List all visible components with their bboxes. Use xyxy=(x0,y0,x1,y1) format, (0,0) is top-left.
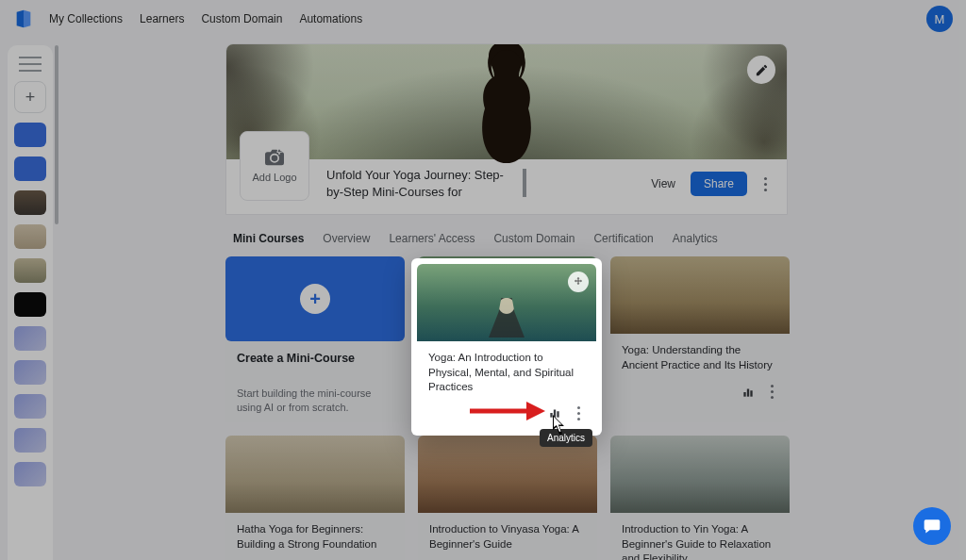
add-logo-label: Add Logo xyxy=(252,172,296,183)
annotation-arrow xyxy=(470,400,545,422)
course-card[interactable]: Introduction to Yin Yoga: A Beginner's G… xyxy=(610,436,790,560)
course-title: Introduction to Vinyasa Yoga: A Beginner… xyxy=(429,522,586,552)
svg-rect-3 xyxy=(743,392,745,397)
tab-mini-courses[interactable]: Mini Courses xyxy=(233,230,304,247)
course-thumbnail xyxy=(417,264,596,341)
sidebar-thumb[interactable] xyxy=(14,123,46,147)
course-title: Introduction to Yin Yoga: A Beginner's G… xyxy=(622,522,778,560)
collection-header: Add Logo Unfold Your Yoga Journey: Step-… xyxy=(225,43,788,215)
sidebar-thumb[interactable] xyxy=(14,394,46,419)
plus-icon: + xyxy=(300,284,330,314)
tab-certification[interactable]: Certification xyxy=(593,230,653,247)
svg-marker-10 xyxy=(526,402,545,420)
sidebar-thumb[interactable] xyxy=(14,326,46,351)
nav-link-my-collections[interactable]: My Collections xyxy=(49,12,123,25)
banner-image xyxy=(226,44,787,159)
chat-fab-button[interactable] xyxy=(913,507,951,545)
create-card-title: Create a Mini-Course xyxy=(237,351,393,381)
user-avatar[interactable]: M xyxy=(926,6,953,32)
sidebar-thumb[interactable] xyxy=(14,428,46,453)
collection-title[interactable]: Unfold Your Yoga Journey: Step-by-Step M… xyxy=(326,159,506,201)
svg-rect-5 xyxy=(750,390,752,396)
tabs: Mini Courses Overview Learners' Access C… xyxy=(225,215,788,256)
chat-icon xyxy=(923,517,941,535)
sidebar-thumb[interactable] xyxy=(14,156,46,181)
create-course-card[interactable]: + Create a Mini-Course Start building th… xyxy=(225,256,405,422)
course-title: Yoga: An Introduction to Physical, Menta… xyxy=(428,351,585,395)
banner-silhouette xyxy=(426,43,587,163)
sidebar-thumb[interactable] xyxy=(14,360,46,385)
nav-links: My Collections Learners Custom Domain Au… xyxy=(49,12,362,25)
card-more-button[interactable] xyxy=(570,406,587,420)
nav-link-automations[interactable]: Automations xyxy=(299,12,362,25)
course-title: Hatha Yoga for Beginners: Building a Str… xyxy=(237,522,393,552)
svg-rect-4 xyxy=(747,388,749,396)
nav-link-custom-domain[interactable]: Custom Domain xyxy=(201,12,282,25)
edit-banner-button[interactable] xyxy=(747,56,775,84)
course-thumbnail xyxy=(610,436,790,513)
tab-custom-domain[interactable]: Custom Domain xyxy=(493,230,575,247)
add-logo-button[interactable]: Add Logo xyxy=(240,131,309,201)
course-thumbnail xyxy=(225,436,405,513)
app-logo[interactable] xyxy=(13,8,34,29)
camera-plus-icon xyxy=(265,149,284,166)
analytics-icon[interactable] xyxy=(741,386,756,399)
more-options-button[interactable] xyxy=(757,177,774,191)
sidebar: + xyxy=(8,45,53,560)
drag-handle-icon[interactable] xyxy=(568,272,589,292)
pencil-icon xyxy=(755,63,769,77)
course-card[interactable]: Yoga: Understanding the Ancient Practice… xyxy=(610,256,790,422)
topbar: My Collections Learners Custom Domain Au… xyxy=(0,0,966,38)
sidebar-thumb[interactable] xyxy=(14,258,46,283)
sidebar-thumb[interactable] xyxy=(14,292,46,317)
view-button[interactable]: View xyxy=(645,172,681,196)
tab-analytics[interactable]: Analytics xyxy=(673,230,718,247)
create-card-subtitle: Start building the mini-course using AI … xyxy=(237,387,393,415)
sidebar-add-button[interactable]: + xyxy=(14,81,46,113)
course-card[interactable]: Introduction to Vinyasa Yoga: A Beginner… xyxy=(418,436,597,560)
share-button[interactable]: Share xyxy=(691,172,747,196)
cursor-pointer-icon xyxy=(552,415,569,439)
sidebar-thumb[interactable] xyxy=(14,224,46,249)
sidebar-thumb[interactable] xyxy=(14,462,46,486)
card-more-button[interactable] xyxy=(763,385,780,399)
sidebar-thumb[interactable] xyxy=(14,190,46,215)
tab-learners-access[interactable]: Learners' Access xyxy=(389,230,475,247)
sidebar-scrollbar[interactable] xyxy=(55,45,58,560)
course-card[interactable]: Hatha Yoga for Beginners: Building a Str… xyxy=(225,436,405,560)
hamburger-icon[interactable] xyxy=(19,57,42,72)
course-thumbnail xyxy=(610,256,790,334)
text-cursor xyxy=(523,169,526,197)
nav-link-learners[interactable]: Learners xyxy=(140,12,184,25)
course-thumbnail xyxy=(418,436,597,513)
course-title: Yoga: Understanding the Ancient Practice… xyxy=(622,343,778,373)
tab-overview[interactable]: Overview xyxy=(323,230,370,247)
